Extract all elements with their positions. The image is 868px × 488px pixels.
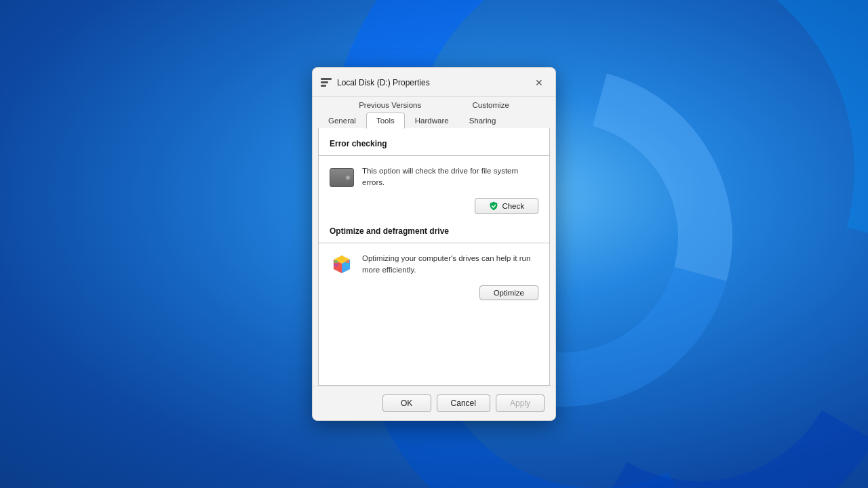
tab-customize[interactable]: Customize [462,97,519,113]
properties-dialog: Local Disk (D:) Properties ✕ Previous Ve… [312,67,556,421]
defrag-icon [331,254,353,276]
svg-rect-7 [334,264,338,266]
tab-general[interactable]: General [318,113,366,128]
apply-button[interactable]: Apply [496,394,545,412]
defrag-icon-container [330,253,354,277]
close-button[interactable]: ✕ [531,75,547,91]
title-bar-icon [321,78,332,87]
title-bar: Local Disk (D:) Properties ✕ [313,68,555,97]
tabs-container: Previous Versions Customize General Tool… [313,97,555,128]
hdd-icon [330,168,354,187]
optimize-button[interactable]: Optimize [479,285,538,300]
tab-sharing[interactable]: Sharing [459,113,507,128]
check-shield-icon [489,201,498,211]
tabs-row-1: Previous Versions Customize [318,97,550,113]
error-checking-body: This option will check the drive for fil… [330,163,538,192]
dialog-title: Local Disk (D:) Properties [337,78,531,87]
optimize-title: Optimize and defragment drive [330,226,538,236]
ok-button[interactable]: OK [382,394,431,412]
tab-content: Error checking This option will check th… [318,128,550,386]
hdd-icon-container [330,165,354,190]
svg-rect-6 [334,260,338,263]
error-checking-description: This option will check the drive for fil… [362,165,538,189]
tab-tools[interactable]: Tools [366,113,405,129]
check-button-label: Check [502,202,524,210]
error-checking-title: Error checking [330,139,538,148]
optimize-body: Optimizing your computer's drives can he… [330,250,538,280]
optimize-divider [319,243,549,243]
check-button[interactable]: Check [475,198,538,214]
dialog-footer: OK Cancel Apply [313,386,555,420]
tabs-row-2: General Tools Hardware Sharing [318,113,550,128]
svg-rect-8 [346,260,349,263]
optimize-button-label: Optimize [494,289,524,297]
error-checking-divider [319,155,549,156]
svg-rect-9 [346,264,349,266]
error-checking-btn-row: Check [330,198,538,214]
optimize-btn-row: Optimize [330,285,538,300]
cancel-button[interactable]: Cancel [437,394,490,412]
tab-previous-versions[interactable]: Previous Versions [349,97,431,113]
optimize-section: Optimize and defragment drive [330,226,538,300]
tab-hardware[interactable]: Hardware [405,113,459,128]
optimize-description: Optimizing your computer's drives can he… [362,253,538,277]
error-checking-section: Error checking This option will check th… [330,139,538,214]
